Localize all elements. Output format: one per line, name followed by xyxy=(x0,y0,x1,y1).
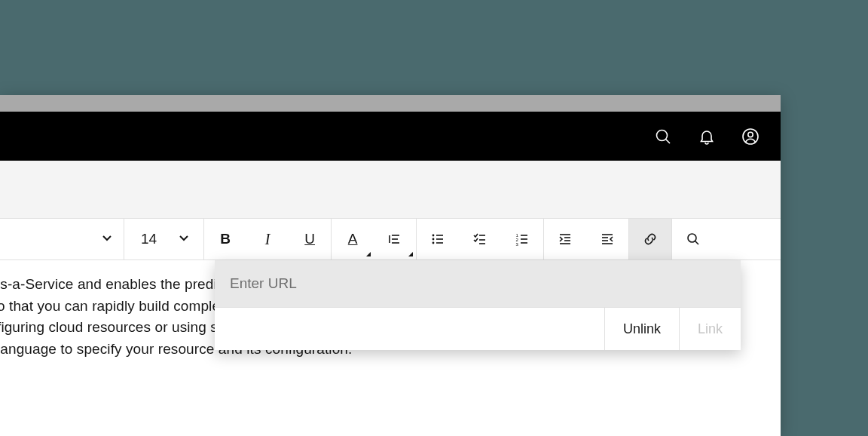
italic-button[interactable]: I xyxy=(246,219,289,259)
top-nav-bar xyxy=(0,112,781,161)
svg-point-0 xyxy=(657,130,668,140)
outdent-button[interactable] xyxy=(586,219,628,259)
link-popover: Unlink Link xyxy=(215,260,741,350)
bulleted-list-button[interactable] xyxy=(417,219,459,259)
chevron-down-icon xyxy=(101,232,113,247)
checklist-button[interactable] xyxy=(459,219,501,259)
svg-line-32 xyxy=(695,241,699,245)
svg-point-3 xyxy=(748,132,753,137)
svg-point-31 xyxy=(688,234,696,242)
font-family-dropdown[interactable] xyxy=(0,219,124,259)
svg-text:3: 3 xyxy=(516,242,519,247)
svg-point-9 xyxy=(432,238,435,241)
link-confirm-button[interactable]: Link xyxy=(679,308,741,350)
svg-line-1 xyxy=(666,139,671,143)
paragraph-style-button[interactable] xyxy=(374,219,416,259)
svg-point-10 xyxy=(432,242,435,244)
editor-toolbar: 14 B I U A 123 xyxy=(0,218,781,260)
font-color-button[interactable]: A xyxy=(332,219,374,259)
window-titlebar xyxy=(0,95,781,112)
link-popover-actions: Unlink Link xyxy=(215,307,741,350)
search-icon[interactable] xyxy=(654,127,672,146)
user-icon[interactable] xyxy=(741,127,760,146)
indent-button[interactable] xyxy=(544,219,586,259)
font-size-dropdown[interactable]: 14 xyxy=(124,219,204,259)
chevron-down-icon xyxy=(178,231,190,247)
unlink-button[interactable]: Unlink xyxy=(604,308,679,350)
underline-button[interactable]: U xyxy=(289,219,331,259)
numbered-list-button[interactable]: 123 xyxy=(501,219,543,259)
link-button[interactable] xyxy=(629,219,671,259)
svg-point-8 xyxy=(432,235,435,237)
font-size-value: 14 xyxy=(141,231,157,247)
bold-button[interactable]: B xyxy=(204,219,246,259)
ribbon-spacer xyxy=(0,161,781,218)
link-url-input[interactable] xyxy=(215,260,741,307)
toolbar-search-button[interactable] xyxy=(672,219,714,259)
bell-icon[interactable] xyxy=(698,127,716,146)
